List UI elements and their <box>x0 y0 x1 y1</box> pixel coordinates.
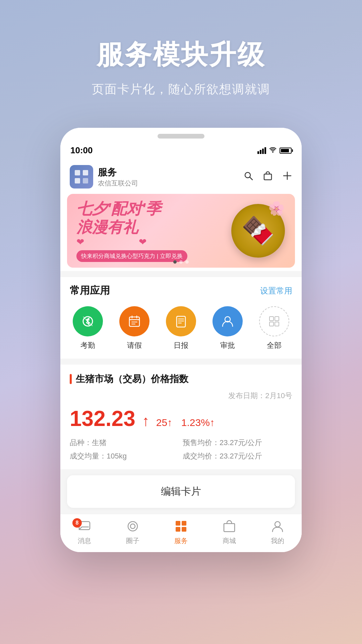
battery-icon <box>280 148 292 154</box>
shop-icon <box>223 520 236 534</box>
app-icon-daily <box>166 306 196 336</box>
signal-icon <box>257 147 266 154</box>
phone-notch <box>60 128 302 141</box>
svg-line-5 <box>250 177 252 180</box>
page-title: 服务模块升级 <box>27 37 335 73</box>
status-icons <box>257 147 292 154</box>
svg-rect-24 <box>269 322 274 326</box>
status-bar: 10:00 <box>60 141 302 160</box>
app-item-all[interactable]: 全部 <box>256 306 292 351</box>
svg-rect-33 <box>224 524 235 532</box>
svg-rect-22 <box>269 317 274 321</box>
edit-card-button[interactable]: 编辑卡片 <box>67 475 295 508</box>
price-main: 132.23 <box>70 406 135 431</box>
page-header: 服务模块升级 页面卡片化，随心所欲想调就调 <box>0 0 362 114</box>
app-item-qingjia[interactable]: 请假 <box>116 306 153 351</box>
service-icon <box>174 520 188 534</box>
page-subtitle: 页面卡片化，随心所欲想调就调 <box>27 81 335 98</box>
app-logo <box>70 165 93 189</box>
app-label-leave: 请假 <box>127 340 142 351</box>
banner-area: 七夕'配对'季 浪漫有礼 ❤ ❤ 快来积分商城兑换心型巧克力 | 立即兑换 🍫 … <box>60 194 302 271</box>
search-icon[interactable] <box>243 170 253 183</box>
common-apps-section: 常用应用 设置常用 <box>60 277 302 359</box>
banner[interactable]: 七夕'配对'季 浪漫有礼 ❤ ❤ 快来积分商城兑换心型巧克力 | 立即兑换 🍫 … <box>67 194 295 268</box>
market-title: 生猪市场（交易）价格指数 <box>70 373 292 385</box>
market-title-text: 生猪市场（交易）价格指数 <box>76 373 188 385</box>
banner-dot-1[interactable] <box>173 260 177 264</box>
app-item-shenpi[interactable]: 审批 <box>209 306 246 351</box>
publish-date: 发布日期：2月10号 <box>70 391 292 401</box>
svg-rect-29 <box>176 521 180 526</box>
svg-point-27 <box>128 522 137 531</box>
banner-title-line2: 浪漫有礼 <box>76 218 212 236</box>
messages-badge: 8 <box>72 518 82 528</box>
svg-point-28 <box>130 524 135 529</box>
nav-item-circle[interactable]: 圈子 <box>109 520 157 545</box>
app-icon-approve <box>213 306 243 336</box>
apps-grid: 考勤 <box>60 303 302 359</box>
nav-item-mine[interactable]: 我的 <box>253 520 302 545</box>
svg-rect-6 <box>264 174 272 180</box>
app-item-ribao[interactable]: 日报 <box>163 306 199 351</box>
nav-label-circle: 圈子 <box>126 536 139 545</box>
app-icon-leave <box>119 306 149 336</box>
app-label-all: 全部 <box>267 340 282 351</box>
app-label-approve: 审批 <box>220 340 235 351</box>
plus-icon[interactable] <box>282 170 292 183</box>
svg-rect-30 <box>182 521 186 526</box>
nav-item-service[interactable]: 服务 <box>157 520 205 545</box>
price-detail-avg-label: 成交均价：23.27元/公斤 <box>183 451 292 461</box>
section-title: 常用应用 <box>70 284 110 298</box>
nav-label-messages: 消息 <box>78 536 91 545</box>
price-detail-volume-label: 成交均量：105kg <box>70 451 179 461</box>
price-detail-breed-label: 品种：生猪 <box>70 438 179 448</box>
svg-point-34 <box>275 522 280 527</box>
svg-rect-32 <box>182 527 186 532</box>
section-action[interactable]: 设置常用 <box>260 285 292 296</box>
banner-text-area: 七夕'配对'季 浪漫有礼 ❤ ❤ 快来积分商城兑换心型巧克力 | 立即兑换 <box>67 194 221 268</box>
price-details: 品种：生猪 预售均价：23.27元/公斤 成交均量：105kg 成交均价：23.… <box>70 438 292 461</box>
banner-dot-2[interactable] <box>179 260 183 264</box>
app-header: 服务 农信互联公司 <box>60 160 302 194</box>
nav-item-shop[interactable]: 商城 <box>205 520 253 545</box>
bag-icon[interactable] <box>263 170 273 183</box>
app-item-kaochin[interactable]: 考勤 <box>70 306 106 351</box>
svg-rect-1 <box>75 178 80 183</box>
nav-label-service: 服务 <box>174 536 188 545</box>
nav-label-mine: 我的 <box>271 536 284 545</box>
phone-notch-bar <box>158 134 204 139</box>
svg-rect-23 <box>275 317 279 321</box>
nav-item-messages[interactable]: 8 消息 <box>60 520 109 545</box>
price-row: 132.23 ↑ 25↑ 1.23%↑ <box>70 406 292 431</box>
app-header-icons <box>243 170 292 183</box>
svg-rect-25 <box>275 322 279 326</box>
app-label-daily: 日报 <box>174 340 188 351</box>
banner-dots <box>173 260 189 264</box>
edit-card-label: 编辑卡片 <box>161 486 201 497</box>
app-title-area: 服务 农信互联公司 <box>98 166 138 188</box>
phone-mockup: 10:00 <box>60 128 302 552</box>
phone-content: 七夕'配对'季 浪漫有礼 ❤ ❤ 快来积分商城兑换心型巧克力 | 立即兑换 🍫 … <box>60 194 302 552</box>
banner-cta[interactable]: 快来积分商城兑换心型巧克力 | 立即兑换 <box>76 250 187 262</box>
section-header: 常用应用 设置常用 <box>60 277 302 303</box>
svg-rect-31 <box>176 527 180 532</box>
app-label-attendance: 考勤 <box>80 340 95 351</box>
app-icon-all <box>259 306 289 336</box>
circle-icon <box>126 520 139 534</box>
banner-hearts: ❤ ❤ <box>76 236 212 248</box>
app-company: 农信互联公司 <box>98 179 138 188</box>
banner-dot-3[interactable] <box>185 260 189 264</box>
app-name: 服务 <box>98 166 138 179</box>
svg-rect-0 <box>75 170 80 175</box>
market-card: 生猪市场（交易）价格指数 发布日期：2月10号 132.23 ↑ 25↑ 1.2… <box>60 365 302 469</box>
title-indicator <box>70 374 72 384</box>
price-detail-presale-label: 预售均价：23.27元/公斤 <box>183 438 292 448</box>
wifi-icon <box>269 147 277 154</box>
price-up-arrow: ↑ <box>142 413 149 429</box>
nav-label-shop: 商城 <box>223 536 236 545</box>
messages-icon <box>78 528 91 534</box>
svg-rect-3 <box>83 178 88 183</box>
app-icon-attendance <box>73 306 103 336</box>
banner-title-line1: 七夕'配对'季 <box>76 200 212 218</box>
status-time: 10:00 <box>70 145 93 156</box>
